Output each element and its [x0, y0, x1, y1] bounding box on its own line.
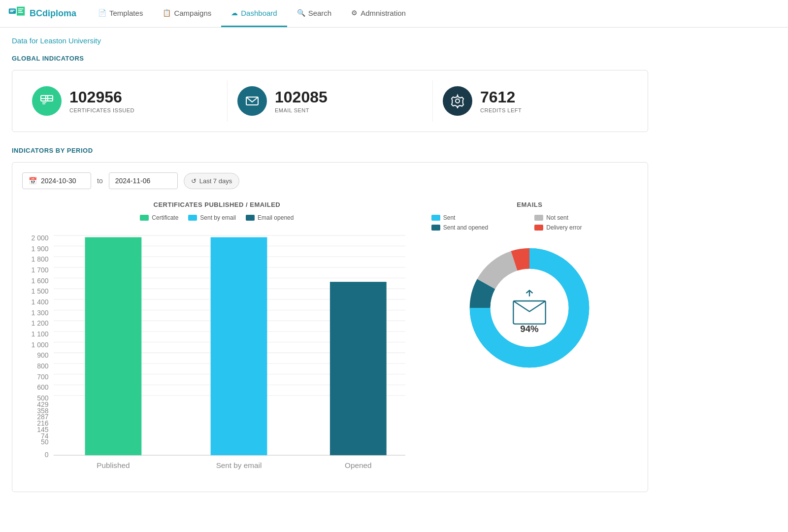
svg-text:1 600: 1 600 [31, 277, 48, 285]
last7-button[interactable]: ↺ Last 7 days [184, 173, 240, 189]
legend-not-sent-color [534, 215, 543, 221]
page-content: Data for Leaston University GLOBAL INDIC… [0, 28, 660, 501]
legend-certificate-color [140, 215, 149, 221]
global-indicators-container: 102956 CERTIFICATES ISSUED 102085 EM [12, 70, 648, 132]
data-for-label: Data for Leaston University [12, 36, 648, 45]
svg-text:Sent by email: Sent by email [216, 461, 262, 469]
legend-delivery-error: Delivery error [534, 224, 628, 231]
refresh-icon: ↺ [191, 177, 197, 185]
legend-email-opened-label: Email opened [258, 214, 294, 221]
nav-item-dashboard[interactable]: ☁ Dashboard [221, 0, 287, 27]
period-section-title: INDICATORS BY PERIOD [12, 147, 648, 154]
campaigns-icon: 📋 [163, 9, 171, 17]
legend-sent-color [431, 215, 440, 221]
svg-rect-56 [85, 237, 142, 456]
university-name: Leaston University [40, 36, 101, 45]
svg-text:1 000: 1 000 [31, 341, 48, 349]
svg-text:94%: 94% [521, 324, 539, 334]
legend-sent-label: Sent [443, 214, 456, 221]
legend-email-opened-color [246, 215, 255, 221]
svg-text:50: 50 [41, 438, 49, 446]
svg-rect-10 [46, 98, 53, 99]
donut-chart-title: EMAILS [517, 201, 542, 208]
certificates-info: 102956 CERTIFICATES ISSUED [69, 89, 134, 113]
svg-text:1 500: 1 500 [31, 287, 48, 295]
legend-sent-email-label: Sent by email [200, 214, 236, 221]
email-icon [245, 94, 260, 108]
global-indicators-title: GLOBAL INDICATORS [12, 55, 648, 62]
nav-item-templates[interactable]: 📄 Templates [88, 0, 153, 27]
nav-items: 📄 Templates 📋 Campaigns ☁ Dashboard 🔍 Se… [88, 0, 416, 27]
legend-sent-opened-label: Sent and opened [443, 224, 488, 231]
administration-icon: ⚙ [351, 9, 358, 17]
bar-chart-svg: 2 000 1 900 1 800 1 700 1 600 1 500 1 40… [22, 229, 412, 482]
navbar: BCdiploma 📄 Templates 📋 Campaigns ☁ Dash… [0, 0, 788, 28]
indicators-row: 102956 CERTIFICATES ISSUED 102085 EM [22, 80, 638, 122]
svg-point-14 [456, 99, 460, 103]
svg-text:1 100: 1 100 [31, 330, 48, 338]
svg-text:600: 600 [37, 383, 49, 391]
bar-chart-title: CERTIFICATES PUBLISHED / EMAILED [22, 201, 412, 208]
nav-item-campaigns[interactable]: 📋 Campaigns [153, 0, 221, 27]
templates-icon: 📄 [98, 9, 106, 17]
credits-number: 7612 [480, 89, 522, 106]
nav-item-search[interactable]: 🔍 Search [287, 0, 342, 27]
global-indicators-section: GLOBAL INDICATORS [12, 55, 648, 132]
legend-sent-opened-color [431, 225, 440, 231]
certificates-number: 102956 [69, 89, 134, 106]
svg-rect-6 [18, 12, 23, 13]
svg-rect-5 [18, 10, 22, 11]
legend-sent: Sent [431, 214, 525, 221]
credits-label: CREDITS LEFT [480, 107, 522, 113]
legend-certificate: Certificate [140, 214, 178, 221]
donut-chart-svg: 94% [460, 239, 598, 377]
last7-label: Last 7 days [199, 177, 232, 185]
date-to-value: 2024-11-06 [115, 177, 151, 185]
indicator-certificates: 102956 CERTIFICATES ISSUED [22, 80, 228, 122]
bar-chart-area: CERTIFICATES PUBLISHED / EMAILED Certifi… [22, 201, 412, 482]
date-from-input[interactable]: 📅 2024-10-30 [22, 172, 91, 189]
svg-rect-11 [42, 102, 46, 103]
svg-text:800: 800 [37, 362, 49, 370]
certificates-label: CERTIFICATES ISSUED [69, 107, 134, 113]
svg-text:1 700: 1 700 [31, 266, 48, 274]
svg-text:1 200: 1 200 [31, 319, 48, 327]
donut-legend: Sent Not sent Sent and opened Deliv [422, 214, 638, 231]
email-sent-number: 102085 [275, 89, 328, 106]
svg-point-62 [491, 269, 569, 347]
bar-chart-legend: Certificate Sent by email Email opened [22, 214, 412, 221]
date-to-input[interactable]: 2024-11-06 [109, 172, 178, 189]
legend-delivery-error-label: Delivery error [546, 224, 582, 231]
svg-text:Opened: Opened [345, 461, 371, 469]
email-sent-info: 102085 EMAIL SENT [275, 89, 328, 113]
credits-icon-circle [443, 86, 472, 116]
email-icon-circle [237, 86, 267, 116]
indicator-credits: 7612 CREDITS LEFT [433, 80, 638, 122]
svg-rect-1 [10, 9, 15, 10]
svg-text:2 000: 2 000 [31, 234, 48, 242]
charts-row: CERTIFICATES PUBLISHED / EMAILED Certifi… [22, 201, 638, 482]
certificates-icon [39, 94, 54, 108]
calendar-icon: 📅 [29, 177, 37, 185]
svg-rect-2 [10, 11, 13, 12]
legend-not-sent: Not sent [534, 214, 628, 221]
svg-rect-58 [330, 282, 387, 455]
svg-text:1 400: 1 400 [31, 298, 48, 306]
date-separator: to [97, 177, 103, 185]
brand-logo[interactable]: BCdiploma [8, 5, 76, 23]
svg-text:Published: Published [97, 461, 130, 469]
nav-item-administration[interactable]: ⚙ Admnistration [341, 0, 416, 27]
legend-certificate-label: Certificate [152, 214, 178, 221]
email-sent-label: EMAIL SENT [275, 107, 328, 113]
indicator-email-sent: 102085 EMAIL SENT [228, 80, 433, 122]
svg-rect-4 [18, 8, 24, 9]
donut-chart-area: EMAILS Sent Not sent Sent [422, 201, 638, 482]
credits-info: 7612 CREDITS LEFT [480, 89, 522, 113]
svg-text:1 800: 1 800 [31, 255, 48, 263]
svg-text:0: 0 [45, 451, 49, 459]
svg-text:1 300: 1 300 [31, 309, 48, 317]
legend-sent-email-color [188, 215, 197, 221]
certificates-icon-circle [32, 86, 62, 116]
svg-rect-57 [211, 237, 267, 456]
legend-sent-opened: Sent and opened [431, 224, 525, 231]
